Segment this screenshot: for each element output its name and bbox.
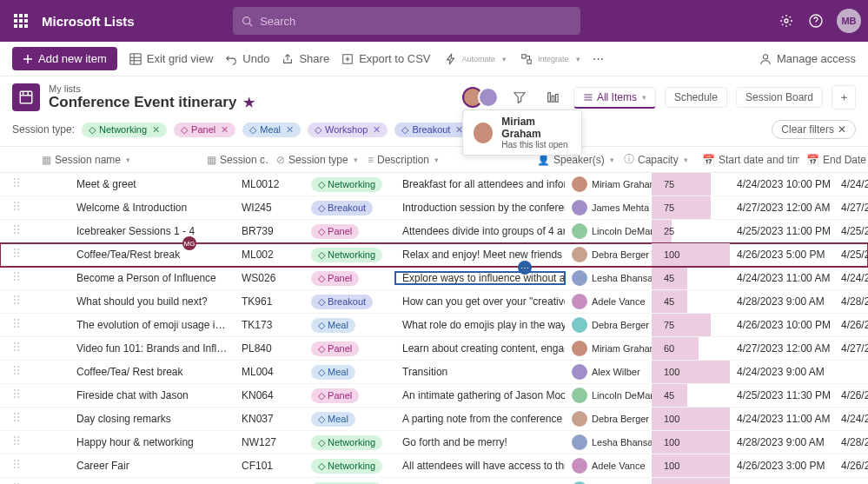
add-new-item-button[interactable]: Add new item [12, 47, 117, 70]
cell-end[interactable]: 4/27/2023 1:00 A [834, 202, 868, 214]
cell-description[interactable]: A parting note from the conference host … [395, 413, 565, 425]
cell-start[interactable]: 4/24/2023 11:00 AM [730, 413, 834, 425]
cell-session-code[interactable]: KN037 [235, 413, 304, 425]
chip-remove-icon[interactable]: ✕ [152, 124, 160, 136]
cell-session-type[interactable]: ◇ Panel [304, 388, 395, 403]
table-row[interactable]: Become a Person of InfluenceWS026◇ Panel… [0, 267, 868, 290]
column-header-start[interactable]: 📅Start date and time▾ [695, 154, 799, 166]
integrate-button[interactable]: Integrate [520, 53, 580, 65]
cell-capacity[interactable]: 45 [652, 384, 730, 407]
cell-session-code[interactable]: ML002 [235, 249, 304, 261]
table-row[interactable]: Coffee/Tea/ Rest breakML004◇ MealTransit… [0, 361, 868, 384]
cell-session-type[interactable]: ◇ Panel [304, 224, 395, 239]
breadcrumb[interactable]: My lists [49, 83, 255, 94]
view-session-board[interactable]: Session Board [736, 87, 823, 108]
automate-button[interactable]: Automate [445, 53, 507, 65]
presence-avatar[interactable] [478, 87, 499, 108]
more-button[interactable]: ⋯ [593, 52, 604, 65]
cell-session-type[interactable]: ◇ Meal [304, 365, 395, 380]
column-header-session-code[interactable]: ▦Session c…▾ [200, 154, 269, 166]
search-box[interactable] [233, 7, 580, 35]
cell-session-code[interactable]: PL840 [235, 342, 304, 355]
cell-session-name[interactable]: The evolution of emoji usage i… [70, 319, 235, 331]
cell-start[interactable]: 4/25/2023 11:00 PM [730, 225, 834, 237]
filter-chip-meal[interactable]: ◇ Meal✕ [242, 123, 301, 137]
table-row[interactable]: Welcome & IntroductionWI245◇ BreakoutInt… [0, 196, 868, 220]
cell-session-name[interactable]: Career Fair [70, 460, 235, 472]
undo-button[interactable]: Undo [225, 52, 269, 65]
cell-description[interactable]: Introduction session by the conference h… [395, 202, 565, 214]
cell-start[interactable]: 4/24/2023 9:00 AM [730, 366, 834, 378]
cell-speaker[interactable]: Debra Berger [565, 317, 652, 333]
column-header-capacity[interactable]: ⓘCapacity▾ [617, 152, 695, 167]
filter-chip-workshop[interactable]: ◇ Workshop✕ [308, 123, 388, 137]
filter-chip-breakout[interactable]: ◇ Breakout✕ [394, 123, 470, 137]
cell-capacity[interactable]: 75 [652, 196, 730, 219]
cell-description[interactable]: Transition [395, 366, 565, 378]
app-launcher-icon[interactable] [7, 7, 35, 35]
cell-session-name[interactable]: Day closing remarks [70, 413, 235, 425]
cell-end[interactable]: 4/28/2023 10:00 [834, 295, 868, 308]
cell-end[interactable]: 4/27/2023 1:00 A [834, 342, 868, 355]
drag-handle[interactable] [0, 389, 35, 401]
filter-icon[interactable] [507, 85, 532, 109]
chip-remove-icon[interactable]: ✕ [373, 124, 381, 136]
table-row[interactable]: Happy hour & networkingNW127◇ Networking… [0, 431, 868, 454]
table-row[interactable]: MGCoffee/Tea/Rest breakML002◇ Networking… [0, 243, 868, 267]
cell-session-name[interactable]: Coffee/Tea/Rest break [70, 249, 235, 261]
drag-handle[interactable] [0, 202, 35, 214]
cell-session-type[interactable]: ◇ Meal [304, 318, 395, 333]
cell-description[interactable]: Go forth and be merry! [395, 436, 565, 448]
cell-capacity[interactable]: 100 [652, 243, 730, 266]
cell-end[interactable]: 4/26/2023 12:30 [834, 389, 868, 401]
cell-description[interactable]: Explore ways to influence without author… [395, 272, 565, 284]
cell-speaker[interactable]: Lincoln DeMaris [565, 388, 652, 403]
cell-capacity[interactable]: 25 [652, 220, 730, 242]
cell-capacity[interactable]: 60 [652, 337, 730, 360]
cell-speaker[interactable]: Miriam Graham [565, 341, 652, 356]
cell-start[interactable]: 4/24/2023 11:00 AM [730, 272, 834, 284]
user-avatar[interactable]: MB [837, 9, 861, 33]
favorite-star-icon[interactable]: ★ [243, 95, 255, 110]
cell-capacity[interactable]: 100 [652, 361, 730, 383]
cell-speaker[interactable]: Miriam Graham [565, 176, 652, 192]
cell-end[interactable]: 4/26/2023 4:00 F [834, 460, 868, 472]
cell-session-code[interactable]: NW127 [235, 436, 304, 448]
cell-speaker[interactable]: Lesha Bhansali [565, 270, 652, 286]
cell-speaker[interactable]: Lesha Bhansali [565, 434, 652, 450]
drag-handle[interactable] [0, 460, 35, 472]
cell-capacity[interactable]: 100 [652, 454, 730, 477]
drag-handle[interactable] [0, 178, 35, 190]
cell-end[interactable]: 4/25/2023 12:00 [834, 225, 868, 237]
cell-end[interactable]: 4/26/2023 11:00 [834, 319, 868, 331]
column-header-session-name[interactable]: ▦Session name▾ [35, 154, 200, 166]
cell-capacity[interactable]: 45 [652, 267, 730, 289]
cell-description[interactable]: Breakfast for all attendees and informal… [395, 178, 565, 190]
drag-handle[interactable] [0, 295, 35, 308]
table-row[interactable]: Career FairCF101◇ NetworkingAll attendee… [0, 454, 868, 478]
share-button[interactable]: Share [282, 52, 329, 65]
cell-start[interactable]: 4/28/2023 9:00 AM [730, 295, 834, 308]
cell-session-code[interactable]: TK173 [235, 319, 304, 331]
cell-session-name[interactable]: Happy hour & networking [70, 436, 235, 448]
cell-speaker[interactable]: James Mehta [565, 200, 652, 215]
help-icon[interactable] [807, 12, 825, 30]
drag-handle[interactable] [0, 249, 35, 261]
cell-capacity[interactable]: 45 [652, 290, 730, 313]
cell-session-code[interactable]: CF101 [235, 460, 304, 472]
cell-session-code[interactable]: ML0012 [235, 178, 304, 190]
exit-grid-view-button[interactable]: Exit grid view [129, 52, 214, 65]
cell-start[interactable]: 4/26/2023 3:00 PM [730, 460, 834, 472]
cell-end[interactable]: 4/24/2023 12:00 [834, 413, 868, 425]
cell-description[interactable]: All attendees will have access to this c… [395, 460, 565, 472]
search-input[interactable] [260, 15, 572, 28]
settings-icon[interactable] [778, 12, 795, 30]
cell-speaker[interactable]: Debra Berger [565, 411, 652, 427]
cell-session-type[interactable]: ◇ Networking [304, 248, 395, 262]
drag-handle[interactable] [0, 342, 35, 355]
cell-session-name[interactable]: Fireside chat with Jason [70, 389, 235, 401]
clear-filters-button[interactable]: Clear filters✕ [772, 120, 856, 139]
cell-start[interactable]: 4/27/2023 12:00 AM [730, 342, 834, 355]
cell-speaker[interactable]: Alex Wilber [565, 364, 652, 380]
cell-session-type[interactable]: ◇ Panel [304, 271, 395, 286]
